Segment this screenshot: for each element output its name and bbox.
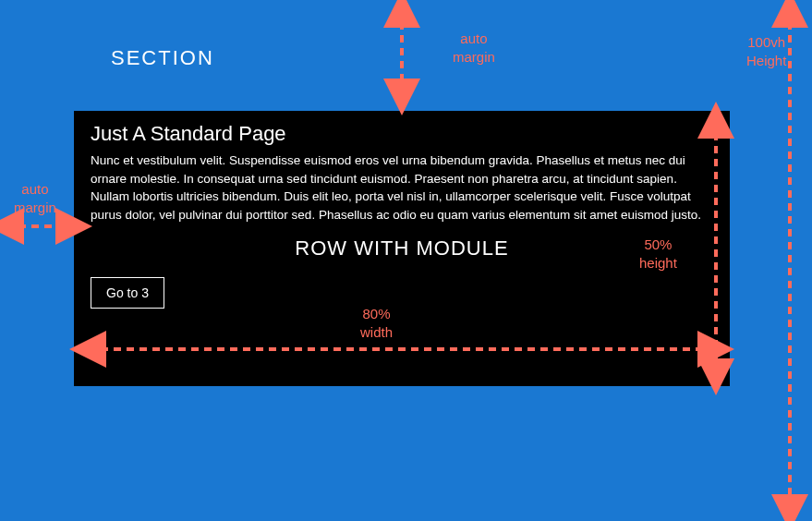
height-word: height [639,255,677,271]
module-heading: Just A Standard Page [91,122,713,146]
width-percent: 80% [363,306,391,321]
auto-margin-top-annotation: auto margin [453,30,495,66]
go-to-3-button[interactable]: Go to 3 [91,277,164,309]
width-word: width [360,324,393,340]
auto-word-top: auto [460,30,487,46]
vh-annotation: 100vh Height [746,33,786,69]
auto-margin-left-annotation: auto margin [14,180,56,216]
height-percent: 50% [644,236,672,252]
row-module: Just A Standard Page Nunc et vestibulum … [74,111,730,386]
margin-word-left: margin [14,200,56,215]
height-annotation: 50% height [639,236,677,272]
vh-label: 100vh [747,34,785,50]
module-body-text: Nunc et vestibulum velit. Suspendisse eu… [91,151,713,224]
vh-word: Height [746,53,786,68]
section-label: SECTION [111,46,214,70]
width-annotation: 80% width [360,305,393,341]
margin-word-top: margin [453,49,495,65]
row-with-module-label: ROW WITH MODULE [91,236,713,260]
auto-word-left: auto [21,181,48,197]
